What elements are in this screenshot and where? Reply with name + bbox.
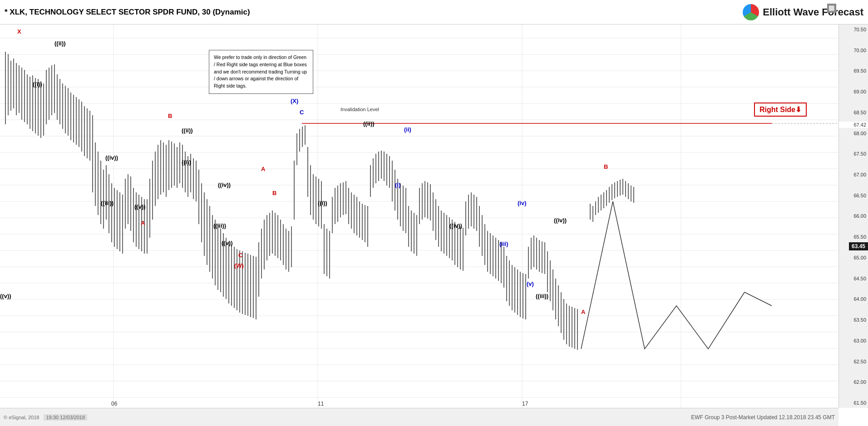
- wave-label-red-b-far-right: B: [604, 163, 608, 170]
- price-66-00: 66.00: [841, 213, 866, 219]
- x-axis-11: 11: [318, 401, 324, 407]
- wave-label-red-w: (W): [234, 262, 244, 269]
- wave-label-black-iii-1: ((iii)): [101, 200, 113, 206]
- wave-label-red-a-mid: A: [261, 166, 265, 172]
- price-66-50: 66.50: [841, 193, 866, 198]
- chart-svg: [0, 24, 838, 408]
- wave-label-blue-v: (v): [527, 280, 534, 287]
- wave-label-red-a-left: A: [141, 220, 145, 226]
- price-69-00: 69.00: [841, 89, 866, 94]
- chart-area: [0, 24, 838, 408]
- header-bar: * XLK, TECHNOLOGY SELECT SECTOR SPDR FUN…: [0, 0, 868, 24]
- current-price-badge: 63.45: [849, 242, 868, 250]
- right-side-badge: Right Side⬇: [754, 103, 807, 117]
- wave-label-black-v-2: ((v)): [222, 240, 233, 246]
- invalidation-line-label: Invalidation Level: [340, 107, 379, 112]
- wave-label-black-v-right: ((v)): [0, 293, 11, 299]
- price-68-50: 68.50: [841, 110, 866, 115]
- ewf-logo-text: Elliott Wave Forecast: [763, 6, 863, 18]
- bottom-bar: © eSignal, 2018 19:30 12/03/2018 EWF Gro…: [0, 408, 838, 426]
- x-axis-17: 17: [522, 401, 528, 407]
- chart-title: * XLK, TECHNOLOGY SELECT SECTOR SPDR FUN…: [5, 8, 743, 17]
- price-67-00: 67.00: [841, 172, 866, 177]
- wave-label-black-iv-1: ((iv)): [105, 154, 118, 161]
- price-63-50: 63.50: [841, 317, 866, 323]
- price-69-50: 69.50: [841, 68, 866, 73]
- wave-label-black-iii-3: ((iii)): [536, 293, 548, 299]
- wave-label-black-ii-2: ((ii)): [182, 127, 193, 134]
- wave-label-black-iv-2: ((iv)): [218, 181, 231, 188]
- price-64-50: 64.50: [841, 276, 866, 281]
- wave-label-blue-i: (i): [395, 181, 400, 188]
- wave-label-red-x: X: [17, 28, 21, 35]
- ewf-logo-area: Elliott Wave Forecast: [743, 4, 863, 20]
- wave-label-red-a-right: A: [581, 308, 585, 315]
- chart-container: * XLK, TECHNOLOGY SELECT SECTOR SPDR FUN…: [0, 0, 868, 426]
- svg-line-240: [745, 292, 772, 306]
- wave-label-red-b-right: B: [272, 190, 276, 196]
- wave-label-black-iv-right: ((iv)): [554, 217, 567, 224]
- wave-label-red-b-mid: B: [168, 113, 172, 119]
- info-box: We prefer to trade only in direction of …: [209, 50, 313, 94]
- wave-label-blue-ii: (ii): [404, 126, 411, 133]
- invalidation-price-label: 67.42: [838, 122, 868, 128]
- ewf-logo-icon: [743, 4, 759, 20]
- price-68-00: 68.00: [841, 131, 866, 136]
- price-70-50: 70.50: [841, 27, 866, 32]
- wave-label-black-i-1: ((i)): [33, 81, 42, 88]
- wave-label-black-iv-3: ((iv)): [449, 222, 462, 229]
- price-64-00: 64.00: [841, 296, 866, 302]
- price-63-00: 63.00: [841, 338, 866, 343]
- wave-label-red-c: C: [238, 252, 242, 259]
- x-axis-06: 06: [111, 401, 117, 407]
- wave-label-black-i-2: ((i)): [182, 159, 191, 166]
- watermark-label: EWF Group 3 Post-Market Updated 12.18.20…: [691, 414, 835, 421]
- wave-label-black-iii-2: ((iii)): [213, 222, 226, 229]
- wave-label-blue-iv: (iv): [518, 200, 527, 206]
- price-61-50: 61.50: [841, 400, 866, 406]
- wave-label-black-ii-1: ((ii)): [54, 40, 66, 47]
- esignal-label: © eSignal, 2018: [4, 415, 39, 420]
- price-62-00: 62.00: [841, 379, 866, 385]
- price-65-00: 65.00: [841, 255, 866, 260]
- wave-label-blue-x: (X): [291, 98, 298, 104]
- wave-label-black-v-1: ((v)): [134, 203, 146, 210]
- price-67-50: 67.50: [841, 151, 866, 157]
- wave-label-blue-iii: (iii): [499, 240, 508, 247]
- timestamp-label: 19:30 12/03/2018: [44, 414, 87, 421]
- price-65-50: 65.50: [841, 234, 866, 240]
- wave-label-black-i-3: ((i)): [318, 200, 327, 206]
- wave-label-blue-c: C: [300, 109, 304, 116]
- price-70-00: 70.00: [841, 48, 866, 53]
- wave-label-black-ii-3: ((ii)): [363, 120, 375, 127]
- maximize-button[interactable]: ⬜: [827, 4, 836, 13]
- price-62-50: 62.50: [841, 359, 866, 364]
- price-scale: 70.50 70.00 69.50 69.00 68.50 68.00 67.5…: [838, 24, 868, 408]
